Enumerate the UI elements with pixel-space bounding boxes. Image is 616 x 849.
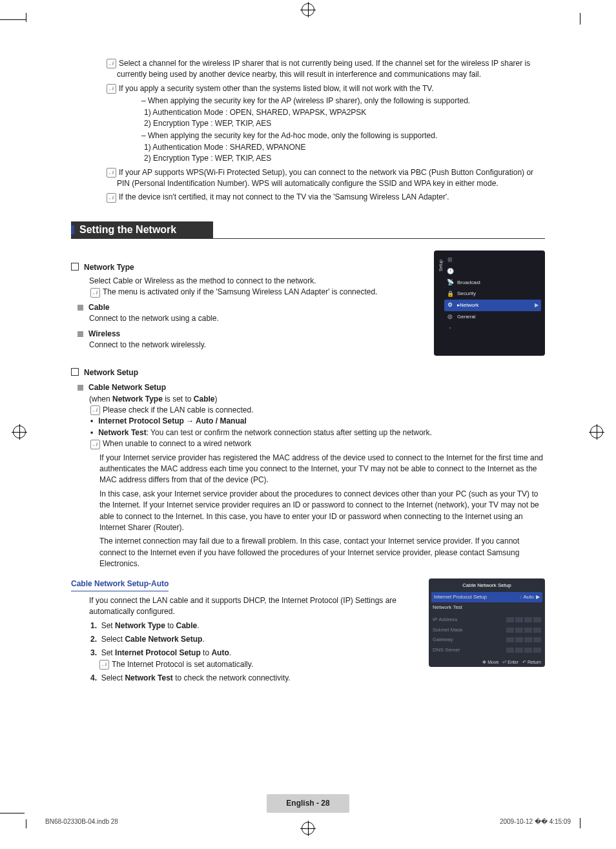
osd-setup-menu: Setup ⊞x 🕐x 📡Broadcast 🔒Security ⚙▸Netwo…	[434, 251, 545, 356]
page: 𝒩Select a channel for the wireless IP sh…	[0, 0, 616, 849]
osd-footer: ✥ Move ⏎ Enter ↶ Return	[433, 659, 541, 666]
chevron-right-icon: ▶	[535, 302, 539, 309]
body-paragraph: If your Internet service provider has re…	[71, 453, 545, 486]
body-text: Select Cable or Wireless as the method t…	[71, 276, 421, 287]
move-hint: ✥ Move	[482, 659, 498, 666]
osd-menu-item[interactable]: ▫x	[444, 322, 541, 334]
note-detail: 1) Authentication Mode : SHARED, WPANONE	[136, 142, 545, 153]
plug-play-icon: ⊞	[447, 256, 453, 263]
subheading-cable: Cable	[71, 302, 421, 313]
note-item: 𝒩Please check if the LAN cable is connec…	[71, 405, 545, 416]
note-item: 𝒩The menu is activated only if the 'Sams…	[71, 287, 421, 298]
note-text: If the device isn't certified, it may no…	[119, 192, 449, 201]
note-item: 𝒩If the device isn't certified, it may n…	[107, 192, 545, 203]
subheading-cable-auto: Cable Network Setup-Auto	[71, 578, 169, 591]
osd-menu-item[interactable]: ◎General	[444, 311, 541, 323]
note-detail: 2) Encryption Type : WEP, TKIP, AES	[136, 118, 545, 129]
step-3: 3. Set Internet Protocol Setup to Auto.	[71, 648, 416, 659]
note-icon: 𝒩	[107, 59, 116, 68]
body-paragraph: The internet connection may fail due to …	[71, 536, 545, 569]
osd-row-selected[interactable]: Internet Protocol Setup : Auto▶	[431, 592, 542, 602]
note-icon: 𝒩	[90, 288, 100, 298]
note-subitem: When applying the security key for the A…	[136, 96, 545, 107]
note-text: If your AP supports WPS(Wi-Fi Protected …	[117, 168, 533, 188]
dim-icon: ▫	[447, 325, 453, 331]
list-item: Network Test: You can test or confirm th…	[71, 427, 545, 438]
note-item: 𝒩If you apply a security system other th…	[107, 83, 545, 165]
subheading-wireless: Wireless	[71, 329, 421, 340]
network-icon: ⚙	[447, 302, 453, 309]
time-icon: 🕐	[447, 268, 453, 274]
note-item: 𝒩If your AP supports WPS(Wi-Fi Protected…	[107, 167, 545, 190]
body-paragraph: In this case, ask your Internet service …	[71, 489, 545, 534]
note-icon: 𝒩	[107, 193, 116, 203]
security-icon: 🔒	[447, 291, 453, 297]
note-subitem: When applying the security key for the A…	[136, 130, 545, 141]
note-text: If you apply a security system other tha…	[119, 84, 434, 93]
return-hint: ↶ Return	[522, 659, 541, 666]
subheading-network-type: Network Type	[71, 262, 421, 273]
section-heading: Setting the Network	[71, 221, 545, 239]
osd-menu-item[interactable]: ⊞x	[444, 254, 541, 266]
note-icon: 𝒩	[107, 168, 116, 178]
enter-hint: ⏎ Enter	[502, 659, 518, 666]
body-text: Connect to the network wirelessly.	[71, 340, 421, 351]
note-icon: 𝒩	[99, 660, 109, 670]
general-icon: ◎	[447, 313, 453, 320]
osd-menu-item-selected[interactable]: ⚙▸Network▶	[444, 300, 541, 311]
broadcast-icon: 📡	[447, 280, 453, 286]
page-number: English - 28	[71, 794, 545, 813]
step-4: 4. Select Network Test to check the netw…	[71, 673, 416, 684]
registration-mark-icon	[13, 425, 26, 438]
note-detail: 1) Authentication Mode : OPEN, SHARED, W…	[136, 107, 545, 118]
osd-menu-item[interactable]: 🕐x	[444, 265, 541, 277]
footer-right: 2009-10-12 �� 4:15:09	[500, 818, 571, 825]
note-text: Select a channel for the wireless IP sha…	[117, 59, 530, 79]
osd-menu-item[interactable]: 📡Broadcast	[444, 277, 541, 289]
osd-row[interactable]: Network Test	[433, 602, 541, 613]
list-item: Internet Protocol Setup → Auto / Manual	[71, 416, 545, 427]
body-text: Connect to the network using a cable.	[71, 313, 421, 324]
content-area: 𝒩Select a channel for the wireless IP sh…	[39, 13, 577, 813]
note-icon: 𝒩	[107, 84, 116, 94]
osd-menu-item[interactable]: 🔒Security	[444, 288, 541, 300]
note-item: 𝒩Select a channel for the wireless IP sh…	[107, 58, 545, 81]
note-detail: 2) Encryption Type : WEP, TKIP, AES	[136, 153, 545, 164]
osd-row-gateway: Gateway	[433, 635, 541, 645]
note-icon: 𝒩	[90, 440, 100, 449]
osd-row-ip: IP Address	[433, 615, 541, 625]
osd-row-subnet: Subnet Mask	[433, 625, 541, 635]
registration-mark-icon	[302, 3, 314, 16]
step-1: 1. Set Network Type to Cable.	[71, 620, 416, 631]
osd-row-dns: DNS Server	[433, 645, 541, 655]
note-icon: 𝒩	[90, 405, 100, 415]
chevron-right-icon: ▶	[536, 593, 540, 601]
osd-title: Cable Network Setup	[433, 582, 541, 589]
osd-cable-network-setup: Cable Network Setup Internet Protocol Se…	[429, 578, 545, 666]
registration-mark-icon	[302, 822, 314, 835]
step-3-note: 𝒩The Internet Protocol is set automatica…	[71, 659, 416, 670]
note-item: 𝒩When unable to connect to a wired netwo…	[71, 438, 545, 449]
body-text: If you connect the LAN cable and it supp…	[71, 595, 416, 618]
subheading-network-setup: Network Setup	[71, 367, 545, 378]
osd-category-label: Setup	[438, 260, 444, 271]
step-2: 2. Select Cable Network Setup.	[71, 634, 416, 645]
footer-left: BN68-02330B-04.indb 28	[45, 818, 118, 825]
body-text: (when Network Type is set to Cable)	[71, 394, 545, 405]
subheading-cable-network-setup: Cable Network Setup	[71, 382, 545, 393]
registration-mark-icon	[590, 425, 603, 438]
section-title: Setting the Network	[79, 222, 176, 237]
